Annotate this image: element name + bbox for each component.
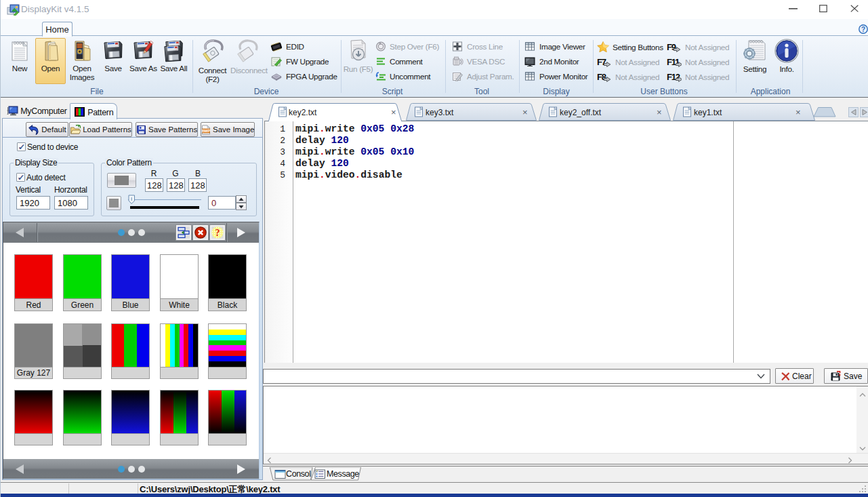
svg-text:?: ?: [215, 228, 220, 238]
svg-text:BMP: BMP: [202, 129, 211, 133]
svg-text:?: ?: [861, 26, 865, 33]
